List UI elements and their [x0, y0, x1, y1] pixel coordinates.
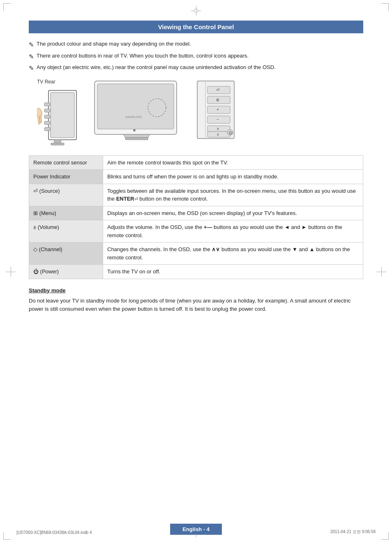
table-row-4: ⊞ (Menu) Displays an on-screen menu, the… [29, 206, 363, 220]
control-table: Remote control sensor Aim the remote con… [29, 155, 363, 279]
table-cell-label-4: ⊞ (Menu) [29, 206, 103, 220]
svg-text:⏎: ⏎ [216, 88, 219, 92]
diagram-area: TV Rear [29, 79, 363, 147]
note-icon-3: ✎ [29, 64, 34, 73]
svg-text:⊞: ⊞ [216, 98, 219, 102]
svg-text:+: + [217, 107, 219, 112]
table-cell-label-7: ⏻ (Power) [29, 265, 103, 279]
page-title: Viewing the Control Panel [29, 21, 363, 33]
tv-rear-diagram: TV Rear [37, 79, 80, 147]
table-row-6: ◇ (Channel) Changes the channels. In the… [29, 243, 363, 265]
table-cell-label-2: Power Indicator [29, 170, 103, 184]
svg-rect-2 [44, 103, 50, 106]
footer-right: 2011-04-21 오전 9:06:58 [330, 529, 376, 535]
table-cell-desc-3: Toggles between all the available input … [103, 184, 363, 206]
table-cell-desc-4: Displays an on-screen menu, the OSD (on … [103, 206, 363, 220]
table-cell-desc-1: Aim the remote control towards this spot… [103, 155, 363, 170]
table-cell-label-3: ⏎ (Source) [29, 184, 103, 206]
table-row-1: Remote control sensor Aim the remote con… [29, 155, 363, 170]
table-row-2: Power Indicator Blinks and turns off whe… [29, 170, 363, 184]
table-cell-desc-2: Blinks and turns off when the power is o… [103, 170, 363, 184]
table-row-5: ± (Volume) Adjusts the volume. In the OS… [29, 220, 363, 243]
svg-rect-10 [97, 84, 174, 129]
note-item-1: ✎ The product colour and shape may vary … [29, 40, 363, 50]
right-crosshair [376, 267, 386, 277]
svg-text:⏻: ⏻ [228, 131, 233, 135]
svg-rect-1 [51, 92, 74, 138]
svg-text:∨: ∨ [217, 132, 219, 136]
note-text-3: Any object (an electric wire, etc.) near… [37, 63, 276, 72]
table-row-3: ⏎ (Source) Toggles between all the avail… [29, 184, 363, 206]
svg-rect-3 [44, 109, 50, 112]
svg-text:∧: ∧ [217, 127, 219, 131]
page-content: Viewing the Control Panel ✎ The product … [25, 12, 367, 318]
note-item-3: ✎ Any object (an electric wire, etc.) ne… [29, 63, 363, 73]
note-text-2: There are control buttons in rear of TV.… [37, 52, 249, 60]
top-crosshair [191, 6, 201, 16]
table-cell-desc-5: Adjusts the volume. In the OSD, use the … [103, 220, 363, 243]
notes-section: ✎ The product colour and shape may vary … [29, 40, 363, 73]
table-cell-label-6: ◇ (Channel) [29, 243, 103, 265]
tv-front-svg: SAMSUNG [88, 79, 187, 143]
table-cell-label-1: Remote control sensor [29, 155, 103, 170]
svg-rect-13 [125, 138, 148, 140]
diagram-label: TV Rear [37, 79, 55, 85]
svg-rect-4 [44, 115, 50, 118]
page: Viewing the Control Panel ✎ The product … [0, 0, 392, 543]
table-row-7: ⏻ (Power) Turns the TV on or off. [29, 265, 363, 279]
note-item-2: ✎ There are control buttons in rear of T… [29, 52, 363, 62]
standby-text: Do not leave your TV in standby mode for… [29, 297, 363, 314]
table-cell-desc-7: Turns the TV on or off. [103, 265, 363, 279]
left-crosshair [6, 267, 16, 277]
standby-section: Standby mode Do not leave your TV in sta… [29, 287, 363, 314]
svg-text:−: − [217, 117, 219, 122]
panel-closeup-diagram: ⏎ ⊞ + − ∧ ∨ ⏻ [195, 79, 238, 144]
tv-rear-svg [37, 86, 80, 147]
note-text-1: The product colour and shape may vary de… [37, 40, 191, 48]
svg-point-14 [133, 129, 136, 132]
tv-front-diagram: SAMSUNG [88, 79, 187, 144]
corner-mark-tl [3, 3, 11, 11]
panel-closeup-svg: ⏎ ⊞ + − ∧ ∨ ⏻ [195, 79, 238, 143]
svg-text:SAMSUNG: SAMSUNG [125, 115, 142, 119]
table-cell-label-5: ± (Volume) [29, 220, 103, 243]
note-icon-1: ✎ [29, 40, 34, 50]
note-icon-2: ✎ [29, 52, 34, 62]
corner-mark-tr [381, 3, 389, 11]
svg-rect-5 [44, 121, 50, 125]
standby-title: Standby mode [29, 287, 363, 293]
svg-rect-8 [51, 143, 64, 145]
svg-rect-6 [44, 127, 50, 131]
footer-center-label: English - 4 [170, 524, 222, 535]
table-cell-desc-6: Changes the channels. In the OSD, use th… [103, 243, 363, 265]
